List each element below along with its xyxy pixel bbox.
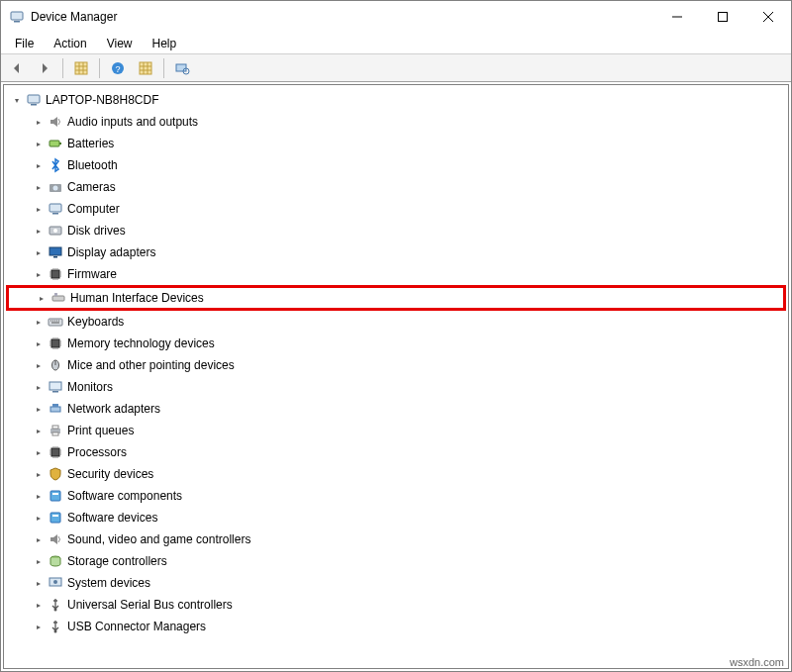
expand-icon[interactable]: ▸: [35, 291, 49, 305]
expand-icon[interactable]: ▸: [32, 532, 46, 546]
menu-action[interactable]: Action: [44, 35, 96, 52]
tree-item[interactable]: ▸Software components: [6, 485, 786, 507]
expand-icon[interactable]: ▸: [32, 467, 46, 481]
tree-item[interactable]: ▸Storage controllers: [6, 550, 786, 572]
expand-icon[interactable]: ▸: [32, 115, 46, 129]
expand-icon[interactable]: ▸: [32, 315, 46, 329]
tree-root[interactable]: ▾LAPTOP-NB8H8CDF: [6, 89, 786, 111]
expand-icon[interactable]: ▸: [32, 380, 46, 394]
tree-item[interactable]: ▸Universal Serial Bus controllers: [6, 594, 786, 616]
keyboard-icon: [48, 314, 63, 330]
device-tree[interactable]: ▾LAPTOP-NB8H8CDF▸Audio inputs and output…: [3, 84, 789, 669]
tree-item[interactable]: ▸System devices: [6, 572, 786, 594]
maximize-button[interactable]: [700, 1, 745, 33]
scan-hardware-button[interactable]: [170, 56, 194, 80]
expand-icon[interactable]: ▸: [32, 202, 46, 216]
tree-item[interactable]: ▸Print queues: [6, 420, 786, 441]
tree-item[interactable]: ▸Human Interface Devices: [6, 285, 786, 311]
camera-icon: [48, 179, 63, 195]
printer-icon: [48, 423, 63, 438]
software-device-icon: [48, 510, 63, 526]
expand-icon[interactable]: ▸: [32, 180, 46, 194]
tree-item-label: Monitors: [67, 380, 113, 394]
expand-icon[interactable]: ▸: [32, 267, 46, 281]
minimize-button[interactable]: [654, 1, 700, 33]
memory-icon: [48, 336, 63, 351]
close-button[interactable]: [745, 1, 791, 33]
menu-file[interactable]: File: [5, 35, 44, 52]
hid-icon: [50, 290, 66, 306]
expand-icon[interactable]: ▸: [32, 402, 46, 416]
toolbar-separator: [99, 58, 100, 78]
tree-item[interactable]: ▸Computer: [6, 198, 786, 220]
expand-icon[interactable]: ▸: [32, 158, 46, 172]
tree-item-label: Network adapters: [67, 402, 160, 416]
title-bar[interactable]: Device Manager: [1, 1, 791, 33]
tree-item[interactable]: ▸Keyboards: [6, 311, 786, 333]
forward-button[interactable]: [33, 56, 56, 80]
expand-icon[interactable]: ▸: [32, 511, 46, 525]
expand-icon[interactable]: ▸: [32, 137, 46, 150]
toolbar: [1, 54, 791, 82]
tree-item[interactable]: ▸Bluetooth: [6, 154, 786, 176]
expand-icon[interactable]: ▸: [32, 489, 46, 503]
display-icon: [48, 244, 63, 260]
tree-item[interactable]: ▸Cameras: [6, 176, 786, 198]
menu-help[interactable]: Help: [143, 35, 187, 52]
software-component-icon: [48, 488, 63, 504]
tree-item[interactable]: ▸Memory technology devices: [6, 333, 786, 354]
device-manager-window: Device Manager File Action View Help ▾LA…: [0, 0, 792, 672]
tree-item-label: Mice and other pointing devices: [67, 358, 235, 372]
tree-item[interactable]: ▸Software devices: [6, 507, 786, 528]
properties-button[interactable]: [134, 56, 157, 80]
tree-item-label: Batteries: [67, 137, 114, 150]
computer-icon: [48, 201, 63, 217]
tree-item-label: Processors: [67, 445, 127, 459]
computer-icon: [26, 92, 42, 108]
tree-item-label: Display adapters: [67, 245, 155, 259]
tree-item[interactable]: ▸Audio inputs and outputs: [6, 111, 786, 133]
help-button[interactable]: [106, 56, 130, 80]
expand-icon[interactable]: ▸: [32, 598, 46, 612]
toolbar-separator: [62, 58, 63, 78]
tree-item-label: USB Connector Managers: [67, 620, 206, 633]
tree-item[interactable]: ▸Processors: [6, 441, 786, 463]
expand-icon[interactable]: ▸: [32, 620, 46, 633]
back-button[interactable]: [5, 56, 29, 80]
expand-icon[interactable]: ▾: [10, 93, 24, 107]
bluetooth-icon: [48, 157, 63, 173]
expand-icon[interactable]: ▸: [32, 576, 46, 590]
tree-item[interactable]: ▸Security devices: [6, 463, 786, 485]
window-title: Device Manager: [31, 10, 654, 24]
system-icon: [48, 575, 63, 591]
tree-item[interactable]: ▸Sound, video and game controllers: [6, 528, 786, 550]
show-hidden-button[interactable]: [69, 56, 93, 80]
tree-item[interactable]: ▸Firmware: [6, 263, 786, 285]
tree-item-label: Firmware: [67, 267, 117, 281]
sound-icon: [48, 531, 63, 547]
tree-item-label: Memory technology devices: [67, 336, 215, 350]
monitor-icon: [48, 379, 63, 395]
tree-item-label: Human Interface Devices: [70, 291, 204, 305]
tree-item-label: Software devices: [67, 511, 157, 525]
tree-item[interactable]: ▸Monitors: [6, 376, 786, 398]
tree-item[interactable]: ▸Disk drives: [6, 220, 786, 241]
menu-view[interactable]: View: [97, 35, 143, 52]
tree-item[interactable]: ▸Mice and other pointing devices: [6, 354, 786, 376]
expand-icon[interactable]: ▸: [32, 336, 46, 350]
expand-icon[interactable]: ▸: [32, 224, 46, 238]
usb-connector-icon: [48, 619, 63, 634]
tree-item-label: Universal Serial Bus controllers: [67, 598, 233, 612]
tree-item[interactable]: ▸Network adapters: [6, 398, 786, 420]
storage-icon: [48, 553, 63, 569]
tree-item-label: Bluetooth: [67, 158, 118, 172]
expand-icon[interactable]: ▸: [32, 245, 46, 259]
expand-icon[interactable]: ▸: [32, 424, 46, 437]
mouse-icon: [48, 357, 63, 373]
tree-item[interactable]: ▸Display adapters: [6, 241, 786, 263]
tree-item[interactable]: ▸USB Connector Managers: [6, 616, 786, 637]
expand-icon[interactable]: ▸: [32, 358, 46, 372]
expand-icon[interactable]: ▸: [32, 554, 46, 568]
expand-icon[interactable]: ▸: [32, 445, 46, 459]
tree-item[interactable]: ▸Batteries: [6, 133, 786, 154]
